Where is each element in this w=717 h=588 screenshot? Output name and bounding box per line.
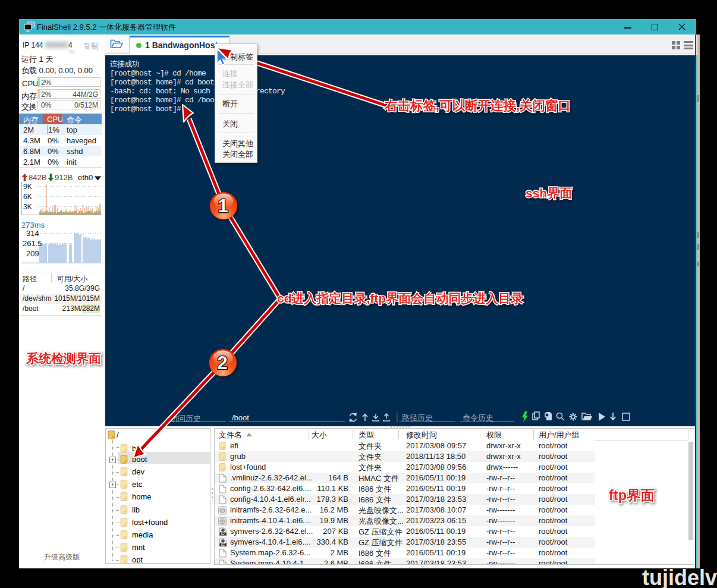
svg-text:GZ: GZ bbox=[221, 543, 225, 546]
svg-text:GZ: GZ bbox=[221, 533, 225, 536]
svg-text:9K: 9K bbox=[23, 183, 32, 191]
svg-text:314: 314 bbox=[26, 229, 39, 238]
svg-text:261.5: 261.5 bbox=[23, 239, 42, 248]
svg-text:3K: 3K bbox=[23, 203, 32, 211]
svg-text:6K: 6K bbox=[23, 193, 32, 201]
svg-text:209: 209 bbox=[26, 249, 39, 258]
